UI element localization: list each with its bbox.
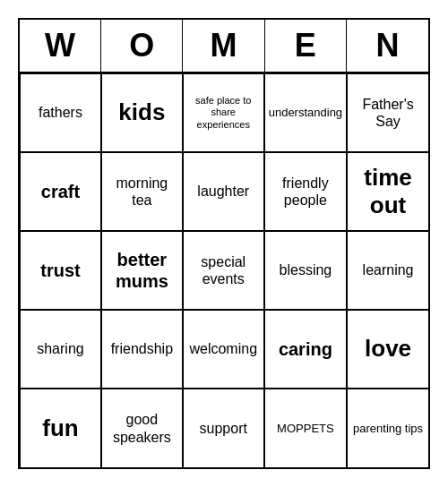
- bingo-cell-23: MOPPETS: [264, 389, 347, 467]
- bingo-cell-18: caring: [264, 310, 347, 389]
- bingo-cell-15: sharing: [20, 310, 101, 389]
- cell-text-6: morning tea: [106, 175, 178, 209]
- header-letter-o: O: [101, 20, 183, 72]
- bingo-header: WOMEN: [20, 20, 428, 73]
- cell-text-0: fathers: [39, 104, 82, 121]
- bingo-cell-4: Father's Say: [347, 73, 428, 152]
- cell-text-20: fun: [42, 414, 78, 442]
- cell-text-12: special events: [187, 253, 260, 287]
- header-letter-m: M: [183, 20, 264, 72]
- cell-text-4: Father's Say: [351, 96, 425, 130]
- cell-text-18: caring: [279, 338, 332, 360]
- cell-text-19: love: [365, 335, 411, 363]
- cell-text-14: learning: [363, 261, 414, 278]
- cell-text-23: MOPPETS: [277, 422, 334, 436]
- cell-text-8: friendly people: [269, 175, 342, 209]
- bingo-cell-0: fathers: [20, 73, 101, 152]
- bingo-cell-3: understanding: [264, 73, 347, 152]
- cell-text-22: support: [200, 420, 247, 437]
- cell-text-21: good speakers: [106, 411, 178, 445]
- bingo-cell-2: safe place to share experiences: [183, 73, 264, 152]
- bingo-cell-10: trust: [20, 231, 101, 310]
- bingo-cell-20: fun: [20, 389, 101, 467]
- bingo-cell-9: time out: [347, 152, 428, 231]
- bingo-cell-14: learning: [347, 231, 428, 310]
- bingo-cell-6: morning tea: [101, 152, 183, 231]
- cell-text-5: craft: [41, 181, 80, 202]
- bingo-cell-19: love: [347, 310, 428, 389]
- bingo-cell-1: kids: [101, 73, 183, 152]
- cell-text-13: blessing: [280, 261, 332, 278]
- bingo-card: WOMEN fatherskidssafe place to share exp…: [18, 18, 430, 469]
- bingo-cell-8: friendly people: [264, 152, 347, 231]
- bingo-cell-24: parenting tips: [347, 389, 428, 467]
- cell-text-9: time out: [351, 164, 425, 219]
- cell-text-24: parenting tips: [353, 422, 423, 436]
- cell-text-11: better mums: [106, 249, 178, 292]
- bingo-cell-7: laughter: [183, 152, 264, 231]
- header-letter-e: E: [265, 20, 347, 72]
- cell-text-16: friendship: [111, 340, 173, 357]
- bingo-cell-11: better mums: [101, 231, 183, 310]
- header-letter-w: W: [20, 20, 101, 72]
- cell-text-2: safe place to share experiences: [187, 95, 260, 131]
- cell-text-3: understanding: [269, 106, 342, 120]
- bingo-cell-13: blessing: [264, 231, 347, 310]
- bingo-cell-5: craft: [20, 152, 101, 231]
- cell-text-15: sharing: [37, 340, 83, 357]
- bingo-cell-12: special events: [183, 231, 264, 310]
- header-letter-n: N: [347, 20, 428, 72]
- bingo-cell-17: welcoming: [183, 310, 264, 389]
- bingo-cell-21: good speakers: [101, 389, 183, 467]
- cell-text-7: laughter: [197, 183, 249, 200]
- bingo-grid: fatherskidssafe place to share experienc…: [20, 73, 428, 467]
- cell-text-10: trust: [40, 260, 80, 281]
- cell-text-1: kids: [118, 98, 165, 126]
- cell-text-17: welcoming: [189, 340, 257, 357]
- bingo-cell-16: friendship: [101, 310, 183, 389]
- bingo-cell-22: support: [183, 389, 264, 467]
